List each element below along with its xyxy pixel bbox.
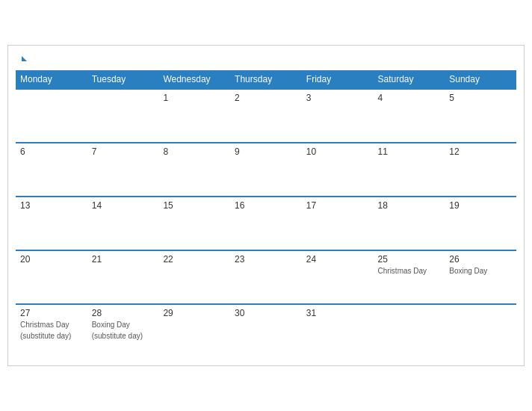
day-number: 4 [378, 93, 441, 103]
calendar-table: MondayTuesdayWednesdayThursdayFridaySatu… [16, 70, 516, 358]
day-cell: 13 [16, 197, 87, 250]
day-header-tuesday: Tuesday [87, 70, 159, 89]
day-cell: 17 [302, 197, 374, 250]
day-cell: 10 [302, 143, 374, 197]
day-number: 8 [163, 146, 226, 157]
day-cell: 8 [158, 143, 230, 197]
event-label: Boxing Day [449, 266, 512, 276]
day-cell: 4 [374, 89, 445, 143]
day-number: 11 [378, 146, 441, 157]
day-header-friday: Friday [302, 70, 374, 89]
calendar-header [16, 53, 516, 64]
day-header-thursday: Thursday [230, 70, 302, 89]
day-cell [374, 304, 445, 358]
day-number: 22 [163, 254, 226, 265]
day-number: 15 [163, 200, 226, 211]
day-cell: 27Christmas Day(substitute day) [16, 304, 87, 358]
days-header-row: MondayTuesdayWednesdayThursdayFridaySatu… [16, 70, 516, 89]
day-cell: 18 [374, 197, 445, 250]
day-cell: 25Christmas Day [374, 250, 445, 304]
day-cell: 14 [87, 197, 159, 250]
day-cell: 22 [158, 250, 230, 304]
day-cell: 16 [230, 197, 302, 250]
day-header-wednesday: Wednesday [158, 70, 230, 89]
day-number: 18 [378, 200, 441, 211]
day-cell: 11 [374, 143, 445, 197]
day-number: 16 [235, 200, 297, 211]
day-cell: 30 [230, 304, 302, 358]
day-number: 3 [306, 93, 369, 103]
event-label: Christmas Day [378, 266, 441, 276]
day-cell: 20 [16, 250, 87, 304]
day-number: 28 [92, 308, 155, 318]
day-cell: 7 [87, 143, 159, 197]
day-number: 5 [449, 93, 512, 103]
event-label: Christmas Day [20, 320, 83, 330]
day-number: 17 [306, 200, 369, 211]
day-cell: 29 [158, 304, 230, 358]
day-number: 13 [20, 200, 83, 211]
day-number: 23 [235, 254, 297, 265]
day-cell: 21 [87, 250, 159, 304]
day-header-saturday: Saturday [374, 70, 445, 89]
day-number: 12 [449, 146, 512, 157]
event-label: (substitute day) [92, 331, 155, 341]
day-number: 25 [378, 254, 441, 265]
day-cell: 28Boxing Day(substitute day) [87, 304, 159, 358]
day-number: 20 [20, 254, 83, 265]
calendar-container: MondayTuesdayWednesdayThursdayFridaySatu… [7, 45, 525, 366]
day-cell [87, 89, 159, 143]
day-cell: 3 [302, 89, 374, 143]
day-number: 19 [449, 200, 512, 211]
day-number: 31 [306, 308, 369, 318]
logo-triangle-icon [22, 56, 27, 61]
week-row-5: 27Christmas Day(substitute day)28Boxing … [16, 304, 516, 358]
day-cell: 6 [16, 143, 87, 197]
day-cell: 26Boxing Day [445, 250, 516, 304]
day-cell: 31 [302, 304, 374, 358]
day-number: 24 [306, 254, 369, 265]
day-cell: 1 [158, 89, 230, 143]
day-cell: 23 [230, 250, 302, 304]
day-cell [16, 89, 87, 143]
day-number: 7 [92, 146, 155, 157]
day-number: 9 [235, 146, 297, 157]
week-row-4: 202122232425Christmas Day26Boxing Day [16, 250, 516, 304]
week-row-3: 13141516171819 [16, 197, 516, 250]
day-number: 10 [306, 146, 369, 157]
day-cell: 15 [158, 197, 230, 250]
week-row-1: 12345 [16, 89, 516, 143]
day-number: 30 [235, 308, 297, 318]
day-cell: 12 [445, 143, 516, 197]
day-number: 29 [163, 308, 226, 318]
day-cell: 19 [445, 197, 516, 250]
day-number: 21 [92, 254, 155, 265]
day-cell [445, 304, 516, 358]
day-header-sunday: Sunday [445, 70, 516, 89]
event-label: (substitute day) [20, 331, 83, 341]
day-number: 6 [20, 146, 83, 157]
day-cell: 24 [302, 250, 374, 304]
logo [20, 56, 28, 61]
day-cell: 5 [445, 89, 516, 143]
day-number: 2 [235, 93, 297, 103]
day-header-monday: Monday [16, 70, 87, 89]
week-row-2: 6789101112 [16, 143, 516, 197]
day-number: 14 [92, 200, 155, 211]
day-cell: 2 [230, 89, 302, 143]
event-label: Boxing Day [92, 320, 155, 330]
day-number: 1 [163, 93, 226, 103]
day-cell: 9 [230, 143, 302, 197]
day-number: 27 [20, 308, 83, 318]
day-number: 26 [449, 254, 512, 265]
